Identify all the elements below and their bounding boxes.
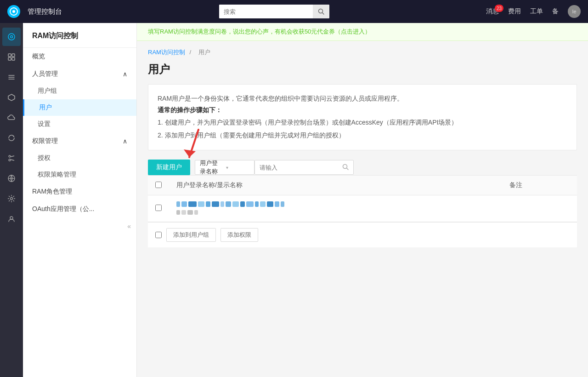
row-checkbox[interactable] [155,205,162,211]
main-layout: RAM访问控制 概览 人员管理 ∧ 用户组 用户 设置 权限管理 ∧ 授权 权限… [0,23,588,377]
filter-chevron-icon: ▾ [226,165,249,170]
icon-sidebar [0,23,23,377]
user-avatar[interactable]: Ie [568,5,581,18]
workorder-btn[interactable]: 工单 [530,7,543,16]
chevron-up-icon: ∧ [123,70,127,78]
backup-btn[interactable]: 备 [552,7,559,16]
sidebar-icon-home[interactable] [2,28,21,46]
sidebar-icon-user[interactable] [2,210,21,228]
filter-search-button[interactable] [338,164,353,171]
sidebar-group-people[interactable]: 人员管理 ∧ [23,65,136,83]
svg-point-5 [11,36,13,38]
message-btn[interactable]: 消息 23 [486,7,499,16]
filter-type-label: 用户登录名称 [200,159,223,176]
svg-rect-7 [12,54,15,57]
sidebar-icon-network[interactable] [2,169,21,188]
user-link[interactable] [176,201,495,208]
users-table: 用户登录名称/显示名称 备注 [148,175,577,222]
info-step-2: 2. 添加用户到用户组（需要先创建用户组并完成对用户组的授权） [158,129,567,142]
sidebar-icon-resource[interactable] [2,88,21,107]
svg-point-4 [8,34,15,40]
table-header-row: 用户登录名称/显示名称 备注 [148,176,577,195]
svg-point-13 [9,155,11,157]
add-permission-button[interactable]: 添加权限 [220,228,258,242]
svg-rect-6 [8,54,11,57]
sidebar-item-auth[interactable]: 授权 [23,150,136,166]
svg-marker-22 [184,149,196,157]
svg-point-19 [11,198,13,200]
sidebar-icon-scissors[interactable] [2,149,21,167]
svg-point-14 [9,159,11,161]
svg-point-20 [10,217,13,219]
svg-rect-9 [12,57,15,60]
info-step-1: 1. 创建用户，并为用户设置登录密码（用户登录控制台场景）或创建AccessKe… [158,116,567,129]
breadcrumb-current: 用户 [198,49,210,56]
create-user-button[interactable]: 新建用户 [148,160,190,175]
sidebar-group-permission[interactable]: 权限管理 ∧ [23,132,136,150]
svg-line-24 [347,168,349,170]
info-box: RAM用户是一个身份实体，它通常代表您的组织中需要访问云资源的人员或应用程序。 … [148,84,577,150]
sidebar-icon-list[interactable] [2,68,21,86]
info-steps-title: 通常的操作步骤如下： [158,104,567,116]
add-to-group-button[interactable]: 添加到用户组 [166,228,216,242]
search-box [219,5,329,18]
th-username: 用户登录名称/显示名称 [169,176,502,195]
search-area [69,5,479,18]
info-description: RAM用户是一个身份实体，它通常代表您的组织中需要访问云资源的人员或应用程序。 [158,93,567,104]
search-button[interactable] [313,5,329,18]
sidebar-item-policy[interactable]: 权限策略管理 [23,166,136,183]
svg-rect-8 [8,57,11,60]
content-area: 填写RAM访问控制满意度问卷，说出您的心声，有机会收获50元代金券（点击进入） … [137,23,588,377]
breadcrumb-separator: / [190,49,193,56]
sidebar-item-usergroup[interactable]: 用户组 [23,83,136,99]
sidebar-item-ram-role[interactable]: RAM角色管理 [23,183,136,200]
user-note-cell [502,195,577,222]
svg-point-1 [12,10,15,13]
app-logo[interactable] [7,5,20,18]
sidebar-icon-sync[interactable] [2,129,21,147]
table-row [148,195,577,222]
chevron-up-icon2: ∧ [123,137,127,145]
sidebar-collapse-btn[interactable]: « [23,218,136,234]
filter-search-input[interactable] [255,160,338,174]
footer-checkbox[interactable] [155,232,162,238]
side-menu: RAM访问控制 概览 人员管理 ∧ 用户组 用户 设置 权限管理 ∧ 授权 权限… [23,23,137,377]
th-note: 备注 [502,176,577,195]
select-all-checkbox[interactable] [155,182,162,188]
sidebar-icon-settings[interactable] [2,189,21,208]
sidebar-item-overview[interactable]: 概览 [23,48,136,65]
side-menu-title: RAM访问控制 [23,23,136,48]
banner[interactable]: 填写RAM访问控制满意度问卷，说出您的心声，有机会收获50元代金券（点击进入） [137,23,588,41]
page-title: 用户 [148,62,577,77]
svg-line-16 [11,160,14,160]
sidebar-icon-apps[interactable] [2,48,21,66]
filter-type-select[interactable]: 用户登录名称 ▾ [195,160,254,175]
top-nav-actions: 消息 23 费用 工单 备 Ie [486,5,581,18]
sidebar-item-settings[interactable]: 设置 [23,116,136,132]
search-filter-box [254,160,354,175]
search-input[interactable] [219,5,313,18]
svg-line-15 [11,156,14,157]
app-title: 管理控制台 [28,7,62,16]
sidebar-icon-cloud[interactable] [2,109,21,127]
breadcrumb: RAM访问控制 / 用户 [148,48,577,57]
content-inner: RAM访问控制 / 用户 用户 RAM用户是一个身份实体，它通常代表您的组织中需… [137,41,588,255]
message-badge: 23 [495,5,503,12]
svg-line-3 [322,13,324,15]
top-nav: 管理控制台 消息 23 费用 工单 备 Ie [0,0,588,23]
fee-btn[interactable]: 费用 [508,7,521,16]
user-sub-label [176,208,495,216]
sidebar-item-oauth[interactable]: OAuth应用管理（公... [23,200,136,218]
breadcrumb-link[interactable]: RAM访问控制 [148,49,185,56]
banner-text: 填写RAM访问控制满意度问卷，说出您的心声，有机会收获50元代金券（点击进入） [148,28,371,35]
toolbar-container: 新建用户 用户登录名称 ▾ [148,160,577,175]
sidebar-item-user[interactable]: 用户 [23,99,136,116]
table-footer: 添加到用户组 添加权限 [148,222,577,247]
user-info-cell [169,195,502,222]
